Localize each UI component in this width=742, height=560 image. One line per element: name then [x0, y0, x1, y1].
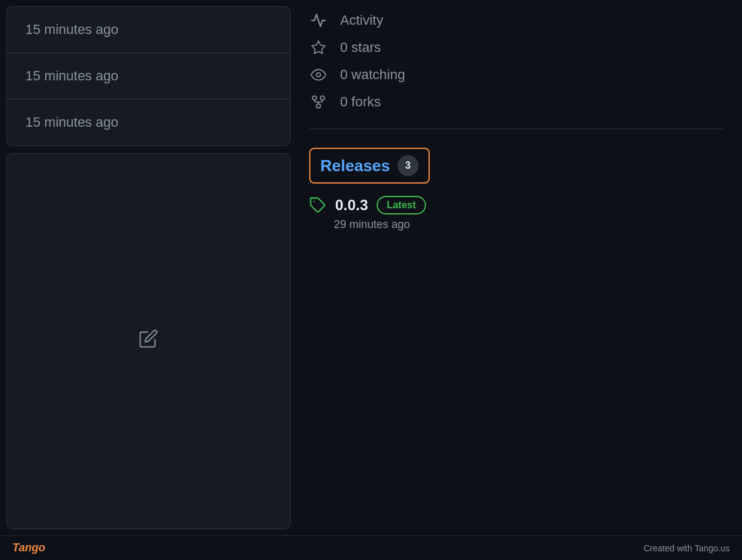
- time-card: 15 minutes ago 15 minutes ago 15 minutes…: [6, 6, 291, 146]
- stat-forks: 0 forks: [309, 94, 723, 110]
- fork-icon: [309, 94, 328, 110]
- edit-card: [6, 153, 291, 529]
- svg-point-2: [317, 104, 321, 108]
- releases-link[interactable]: Releases 3: [309, 148, 430, 184]
- right-column: Activity 0 stars 0 watching: [291, 0, 742, 535]
- release-row: 0.0.3 Latest: [309, 196, 723, 214]
- main-container: 15 minutes ago 15 minutes ago 15 minutes…: [0, 0, 742, 535]
- release-version: 0.0.3: [335, 197, 368, 214]
- pencil-icon[interactable]: [139, 329, 158, 354]
- release-item: 0.0.3 Latest 29 minutes ago: [309, 196, 723, 231]
- stars-text: 0 stars: [340, 40, 381, 56]
- stat-watching: 0 watching: [309, 67, 723, 83]
- watching-text: 0 watching: [340, 67, 405, 83]
- tango-credit: Created with Tango.us: [644, 543, 730, 553]
- activity-icon: [309, 12, 328, 28]
- releases-label: Releases: [320, 156, 390, 176]
- eye-icon: [309, 67, 328, 83]
- svg-point-4: [320, 96, 325, 100]
- time-text-3: 15 minutes ago: [25, 114, 118, 130]
- stats-section: Activity 0 stars 0 watching: [309, 12, 723, 129]
- stat-activity: Activity: [309, 12, 723, 28]
- star-icon: [309, 40, 328, 56]
- stat-stars: 0 stars: [309, 40, 723, 56]
- tango-brand: Tango: [12, 541, 45, 554]
- time-text-2: 15 minutes ago: [25, 68, 118, 83]
- svg-point-3: [312, 96, 317, 100]
- tag-icon: [309, 197, 326, 214]
- time-row-2: 15 minutes ago: [7, 53, 290, 100]
- releases-section: Releases 3 0.0.3 Latest 29 minutes ago: [309, 142, 723, 231]
- forks-text: 0 forks: [340, 94, 381, 110]
- footer: Tango Created with Tango.us: [0, 535, 742, 560]
- release-time: 29 minutes ago: [309, 218, 723, 231]
- svg-point-1: [317, 73, 321, 77]
- activity-text: Activity: [340, 12, 383, 28]
- svg-marker-0: [312, 41, 325, 54]
- left-column: 15 minutes ago 15 minutes ago 15 minutes…: [0, 0, 291, 535]
- releases-count-badge: 3: [398, 155, 419, 176]
- time-text-1: 15 minutes ago: [25, 22, 118, 37]
- time-row-3: 15 minutes ago: [7, 100, 290, 145]
- time-row-1: 15 minutes ago: [7, 7, 290, 53]
- latest-badge: Latest: [377, 196, 425, 214]
